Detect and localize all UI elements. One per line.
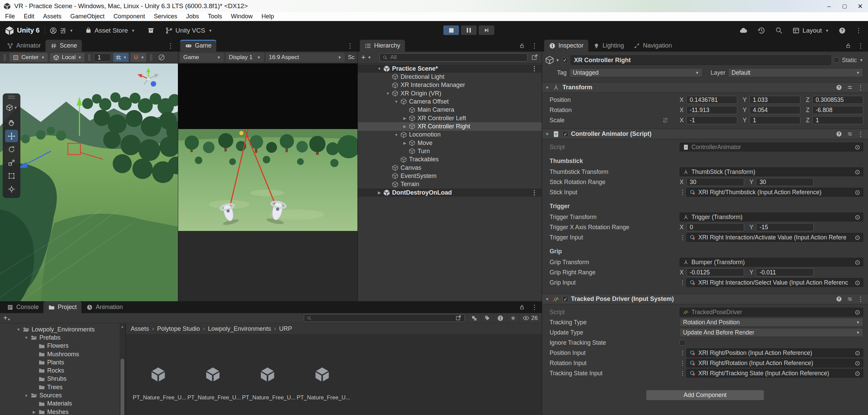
object-picker-icon[interactable]: ⊙ [855,308,860,316]
project-tree-row[interactable]: Mushrooms [0,350,119,358]
menu-edit[interactable]: Edit [19,12,39,21]
number-field[interactable] [686,268,744,276]
close-button[interactable]: ✕ [852,0,868,12]
scene-viewport[interactable]: y Persp ▼ XB [0,64,178,301]
hierarchy-row[interactable]: Directional Light [358,73,542,81]
object-field[interactable]: Bumper (Transform)⊙ [680,258,863,267]
hierarchy-row[interactable]: ▶Move [358,139,542,147]
object-picker-icon[interactable]: ⊙ [855,234,860,241]
link-broken-icon[interactable] [662,117,668,123]
object-picker-icon[interactable]: ⊙ [855,213,860,221]
drag-handle[interactable] [88,54,90,61]
object-field[interactable]: XRI Right/Tracking State (Input Action R… [686,369,863,378]
row-menu-icon[interactable]: ⋮ [531,303,538,311]
object-picker-icon[interactable]: ⊙ [855,279,860,287]
property-menu-icon[interactable]: ⋮ [680,189,684,196]
tab-console[interactable]: Console [2,301,43,313]
tab-inspector[interactable]: Inspector [544,40,588,52]
help-icon[interactable]: ? [838,27,846,34]
lock-icon[interactable] [845,42,851,49]
dropdown-field[interactable]: Update And Before Render▼ [680,328,863,337]
object-picker-icon[interactable]: ⊙ [855,359,860,367]
property-menu-icon[interactable]: ⋮ [680,370,684,377]
breadcrumb-item[interactable]: Polytope Studio [157,325,200,332]
menu-help[interactable]: Help [257,12,278,21]
asset-item[interactable]: PT_Nature_Free_U... [297,366,348,401]
object-picker-icon[interactable]: ⊙ [855,349,860,357]
menu-jobs[interactable]: Jobs [182,12,203,21]
step-button[interactable] [479,25,494,35]
project-tree-row[interactable]: Plants [0,358,119,366]
number-field[interactable] [750,116,800,124]
hierarchy-row[interactable]: Turn [358,147,542,155]
rotate-tool[interactable] [5,143,18,156]
panel-menu-icon[interactable]: ⋮ [531,42,538,50]
project-tree-row[interactable]: Shrubs [0,375,119,383]
unity-vcs-dropdown[interactable]: Unity VCS ▼ [165,27,213,34]
breadcrumb-item[interactable]: Assets [131,325,149,332]
rect-tool[interactable] [5,169,18,182]
picker-icon[interactable] [455,315,462,321]
static-checkbox[interactable] [834,57,839,63]
asset-item[interactable]: PT_Nature_Free_U... [187,366,238,401]
active-checkbox[interactable]: ✓ [562,57,568,63]
pause-button[interactable] [461,25,477,35]
foldout-icon[interactable]: ▼ [545,297,550,302]
hierarchy-row[interactable]: ▶XR Controller Right [358,122,542,130]
number-field[interactable] [812,106,863,114]
property-menu-icon[interactable]: ⋮ [680,279,684,286]
play-stop-button[interactable] [443,25,459,35]
object-field[interactable]: TrackedPoseDriver⊙ [680,308,863,317]
scale-tool[interactable] [5,156,18,169]
number-field[interactable] [812,116,863,124]
add-gameobject-button[interactable]: + [361,53,366,62]
hierarchy-row[interactable]: ▶XR Controller Left [358,114,542,122]
foldout-icon[interactable]: ▶ [402,122,407,130]
tab-animation[interactable]: Animation [81,301,128,313]
tab-lighting[interactable]: Lighting [588,40,629,52]
asset-item[interactable]: PT_Nature_Free_U... [242,366,293,401]
help-icon[interactable]: ? [836,84,842,91]
number-field[interactable] [756,223,814,231]
hierarchy-row[interactable]: ▶DontDestroyOnLoad⋮ [358,188,542,197]
display-dropdown[interactable]: Display 1▼ [226,53,264,62]
tree-scrollbar[interactable]: ▲ [119,323,125,415]
menu-tools[interactable]: Tools [203,12,226,21]
create-asset-button[interactable]: + [3,314,7,322]
search-icon[interactable] [775,26,783,34]
menu-assets[interactable]: Assets [39,12,66,21]
picker-icon[interactable] [531,54,538,61]
project-tree-row[interactable]: Flowers [0,342,119,350]
orientation-dropdown[interactable]: Local▼ [50,53,85,62]
breadcrumb-item[interactable]: Lowpoly_Environments [208,325,271,332]
row-menu-icon[interactable]: ⋮ [531,65,537,73]
lock-icon[interactable] [519,304,525,310]
foldout-icon[interactable]: ▼ [394,131,399,139]
hierarchy-row[interactable]: ▼Practice Scene*⋮ [358,65,542,73]
search-by-label-button[interactable] [481,313,494,323]
object-field[interactable]: XRI Right/Position (Input Action Referen… [686,348,863,357]
static-dropdown-icon[interactable]: ▼ [860,58,863,62]
add-component-button[interactable]: Add Component [646,390,764,400]
menu-component[interactable]: Component [109,12,149,21]
aspect-dropdown[interactable]: 16:9 Aspect▼ [266,53,345,62]
scrollbar-thumb[interactable] [121,359,124,415]
checkbox[interactable] [680,340,685,346]
presets-icon[interactable] [847,296,853,302]
panel-menu-icon[interactable]: ⋮ [167,42,174,50]
visible-count-button[interactable]: 26 [519,313,542,323]
move-tool[interactable] [5,130,18,142]
hierarchy-row[interactable]: ▼Camera Offset [358,97,542,106]
tab-hierarchy[interactable]: Hierarchy [360,40,405,52]
toolbar-kebab-icon[interactable]: ⋮ [855,26,862,34]
object-field[interactable]: ThumbStick (Transform)⊙ [680,167,863,176]
foldout-icon[interactable]: ▼ [24,391,29,399]
project-tree-row[interactable]: Rocks [0,366,119,375]
game-mode-dropdown[interactable]: Game▼ [180,53,224,62]
foldout-icon[interactable]: ▼ [377,65,382,73]
object-field[interactable]: XRI Right Interaction/Select Value (Inpu… [686,278,863,287]
hierarchy-row[interactable]: ▼XR Origin (VR) [358,89,542,97]
cloud-icon[interactable] [739,26,748,35]
transform-tool[interactable] [5,183,18,195]
persp-label[interactable]: Persp [142,88,155,94]
